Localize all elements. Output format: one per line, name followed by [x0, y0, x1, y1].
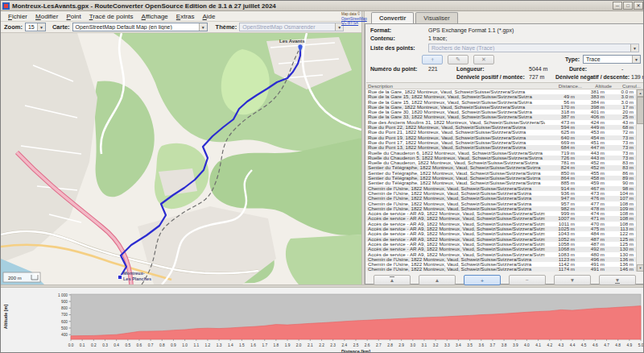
content-value: 1 trace; [428, 35, 447, 41]
theme-select[interactable]: OpenStreetMap Osmarender ▼ [239, 23, 344, 31]
positions-table-header[interactable]: Description Distance... Altitude Cumul..… [366, 83, 643, 89]
x-tick-label: 1.4 [228, 343, 233, 347]
x-tick-label: 4.0 [524, 343, 530, 347]
x-tick-label: 2.3 [330, 343, 336, 347]
position-move-buttons: ▲▲＋−▼▼ [365, 274, 644, 285]
x-tick-label: 4.8 [615, 343, 621, 347]
position-list-select[interactable]: Rochers de Naye (Trace) ▼ [428, 44, 639, 52]
chevron-down-icon: ▼ [37, 23, 45, 31]
add-position-list-button[interactable]: ＋ [422, 55, 443, 64]
chevron-down-icon: ▼ [632, 56, 640, 63]
x-tick-label: 0.8 [159, 343, 165, 347]
x-tick-label: 3.0 [410, 343, 415, 347]
x-tick-label: 1.9 [285, 343, 291, 347]
x-tick-label: 0.9 [171, 343, 176, 347]
x-tick-label: 3.2 [433, 343, 439, 347]
point-count-value: 221 [428, 66, 438, 72]
length-value: 5044 m [529, 66, 547, 72]
length-label: Longueur: [456, 66, 485, 72]
tab-convertir[interactable]: Convertir [371, 12, 414, 23]
menu-aide[interactable]: Aide [199, 13, 220, 20]
x-tick-label: 2.0 [296, 343, 302, 347]
y-tick-label: 1 000 [58, 293, 68, 297]
move-to-top-button[interactable]: ▲ [374, 275, 411, 285]
route-start-marker[interactable] [118, 276, 122, 280]
x-tick-label: 0.5 [125, 343, 130, 347]
minimize-button[interactable]: ─ [613, 2, 622, 10]
remove-position-button-icon: − [526, 277, 529, 283]
x-tick-label: 2.8 [387, 343, 393, 347]
x-tick-label: 1.7 [262, 343, 267, 347]
menu-fichier[interactable]: Fichier [4, 13, 31, 20]
descent-label: Dénivelé négatif / descente: [555, 74, 630, 80]
x-tick-label: 4.4 [570, 343, 576, 347]
x-tick-label: 1.8 [274, 343, 279, 347]
map-canvas[interactable]: Les Avants Montreux- Les Planches 200 m [1, 33, 361, 284]
title-bar[interactable]: Montreux-LesAvants.gpx - RouteConverter … [1, 1, 644, 11]
description-cell: Chemin de l'Usine, 1822 Montreux, Vaud, … [366, 267, 545, 272]
map-toolbar: Zoom: 15 ▼ Carte: OpenStreetMap Default … [1, 22, 361, 33]
x-tick-label: 2.4 [342, 343, 348, 347]
menu-trace-de-points[interactable]: Tracé de points [85, 13, 138, 20]
menu-modifier[interactable]: Modifier [31, 13, 62, 20]
x-tick-label: 4.5 [581, 343, 587, 347]
scale-bar: 200 m [3, 272, 40, 282]
menu-affichage[interactable]: Affichage [138, 13, 172, 20]
x-tick-label: 3.7 [490, 343, 496, 347]
add-position-button[interactable]: ＋ [464, 275, 501, 285]
y-tick-label: 600 [61, 320, 68, 324]
x-tick-label: 3.8 [502, 343, 507, 347]
zoom-select[interactable]: 15 ▼ [25, 23, 46, 31]
position-row[interactable]: Chemin de l'Usine, 1822 Montreux, Vaud, … [366, 267, 636, 272]
chevron-down-icon: ▼ [630, 44, 638, 52]
move-down-button[interactable]: ▼ [554, 275, 591, 285]
duration-value: - [621, 66, 623, 72]
move-up-button[interactable]: ▲ [419, 275, 456, 285]
type-select[interactable]: Trace ▼ [583, 55, 641, 64]
move-to-bottom-button-icon: ▼ [615, 277, 620, 284]
x-tick-label: 1.0 [182, 343, 188, 347]
x-tick-label: 4.7 [604, 343, 609, 347]
x-tick-label: 3.5 [467, 343, 473, 347]
x-tick-label: 3.6 [478, 343, 484, 347]
x-tick-label: 0.7 [148, 343, 154, 347]
rename-position-list-button[interactable]: ✎ [448, 55, 469, 64]
x-tick-label: 1.1 [193, 343, 199, 347]
scroll-up-icon[interactable]: ▲ [637, 89, 643, 97]
map-label-montreux: Montreux- [123, 271, 145, 276]
close-button[interactable]: ✕ [634, 2, 643, 10]
x-tick-label: 2.7 [376, 343, 382, 347]
map-label: Carte: [52, 23, 70, 31]
menu-extras[interactable]: Extras [172, 13, 199, 20]
y-tick-label: 400 [61, 333, 68, 337]
menu-bar: Fichier Modifier Point Tracé de points A… [1, 11, 361, 22]
maximize-button[interactable]: □ [623, 2, 633, 10]
format-value: GPS Exchange Format 1.1 (*.gpx) [428, 27, 514, 33]
remove-position-button[interactable]: − [509, 275, 546, 285]
y-tick-label: 800 [61, 306, 68, 310]
x-tick-label: 5.0 [638, 343, 644, 347]
delete-position-list-button[interactable]: ✕ [473, 55, 494, 64]
table-scrollbar[interactable]: ▲ ▼ [636, 89, 643, 272]
move-down-button-icon: ▼ [570, 277, 575, 283]
map-select[interactable]: OpenStreetMap Default Map (en ligne) ▼ [72, 23, 208, 31]
license-link[interactable]: CC-BY-SA [341, 21, 369, 26]
scroll-down-icon[interactable]: ▼ [637, 264, 643, 272]
content-label: Contenu: [370, 35, 395, 41]
x-tick-label: 4.2 [547, 343, 552, 347]
x-tick-label: 3.3 [444, 343, 450, 347]
duration-label: Durée: [569, 66, 587, 72]
x-tick-label: 4.6 [592, 343, 598, 347]
x-tick-label: 2.1 [308, 343, 313, 347]
x-axis-label: Distance [km] [341, 349, 370, 353]
x-tick-label: 4.9 [627, 343, 633, 347]
menu-point[interactable]: Point [62, 13, 85, 20]
x-tick-label: 1.6 [250, 343, 256, 347]
x-tick-label: 4.1 [535, 343, 541, 347]
y-tick-label: 900 [61, 300, 68, 304]
move-to-bottom-button[interactable]: ▼ [599, 275, 636, 285]
tab-visualiser[interactable]: Visualiser [415, 12, 457, 23]
x-tick-label: 0.2 [91, 343, 97, 347]
scrollbar-thumb[interactable] [637, 97, 643, 124]
x-tick-label: 1.5 [239, 343, 245, 347]
